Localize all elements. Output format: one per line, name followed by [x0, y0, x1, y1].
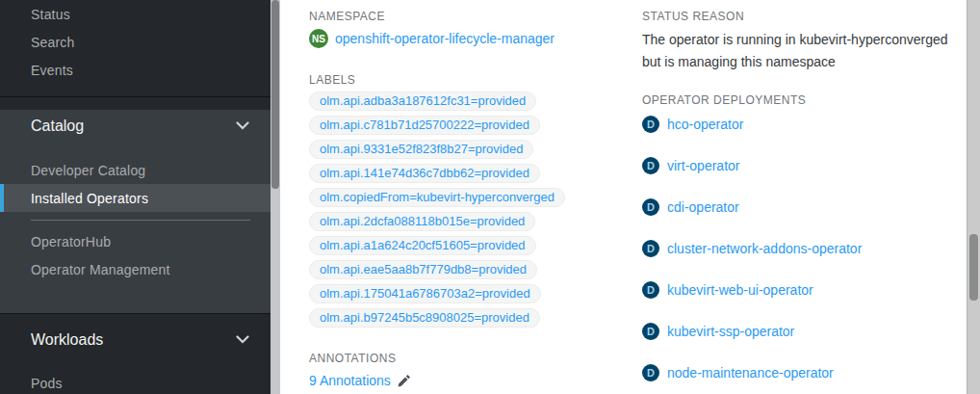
deployment-link[interactable]: hco-operator [667, 117, 743, 132]
annotations-heading: ANNOTATIONS [309, 353, 636, 364]
sidebar-group-catalog-label: Catalog [31, 118, 84, 135]
operator-deployments-heading: OPERATOR DEPLOYMENTS [642, 94, 962, 106]
label-chip[interactable]: olm.api.c781b71d25700222=provided [309, 116, 540, 135]
chevron-down-icon [236, 121, 249, 130]
deployment-link[interactable]: node-maintenance-operator [667, 365, 834, 381]
deployment-icon: D [642, 364, 659, 381]
sidebar-item-operator-management[interactable]: Operator Management [0, 255, 271, 283]
sidebar-group-workloads[interactable]: Workloads [0, 324, 271, 355]
namespace-link[interactable]: openshift-operator-lifecycle-manager [335, 31, 554, 46]
deployment-link[interactable]: cdi-operator [667, 199, 739, 215]
sidebar-section-home: Status Search Events [0, 0, 271, 97]
deployment-link[interactable]: cluster-network-addons-operator [667, 241, 862, 256]
sidebar-divider [31, 220, 250, 221]
details-left-column: NAMESPACE NS openshift-operator-lifecycl… [309, 0, 636, 388]
deployment-icon: D [642, 281, 659, 299]
sidebar-item-status[interactable]: Status [0, 0, 271, 28]
sidebar-item-installed-operators[interactable]: Installed Operators [0, 184, 271, 212]
label-chip[interactable]: olm.api.2dcfa088118b015e=provided [309, 212, 535, 231]
deployment-icon: D [642, 240, 659, 257]
deployment-row: D node-maintenance-operator [642, 363, 962, 382]
details-panel: NAMESPACE NS openshift-operator-lifecycl… [280, 0, 967, 394]
sidebar-group-workloads-label: Workloads [31, 331, 103, 349]
labels-list: olm.api.adba3a187612fc31=provided olm.ap… [309, 92, 636, 328]
label-chip[interactable]: olm.api.141e74d36c7dbb62=provided [309, 164, 540, 183]
label-chip[interactable]: olm.api.175041a6786703a2=provided [309, 284, 541, 303]
deployment-row: D hco-operator [642, 115, 962, 134]
sidebar-item-operatorhub[interactable]: OperatorHub [0, 227, 271, 255]
sidebar-scrollbar[interactable] [271, 0, 280, 394]
sidebar-nav: Status Search Events Catalog Developer C… [0, 0, 271, 394]
chevron-down-icon [236, 335, 249, 344]
details-right-column: STATUS REASON The operator is running in… [642, 0, 962, 394]
namespace-heading: NAMESPACE [309, 11, 636, 22]
sidebar-item-pods[interactable]: Pods [0, 369, 271, 394]
annotations-value: 9 Annotations [309, 373, 636, 388]
annotations-link[interactable]: 9 Annotations [309, 373, 391, 388]
deployment-icon: D [642, 323, 659, 340]
deployment-link[interactable]: kubevirt-web-ui-operator [667, 282, 813, 298]
namespace-value: NS openshift-operator-lifecycle-manager [309, 29, 636, 48]
deployments-list: D hco-operator D virt-operator D cdi-ope… [642, 115, 962, 382]
sidebar-group-catalog[interactable]: Catalog [0, 110, 271, 142]
page-scrollbar-thumb[interactable] [969, 234, 978, 301]
deployment-row: D kubevirt-ssp-operator [642, 322, 962, 341]
status-reason-text: The operator is running in kubevirt-hype… [642, 29, 962, 73]
labels-heading: LABELS [309, 74, 636, 86]
label-chip[interactable]: olm.api.eae5aa8b7f779db8=provided [309, 260, 537, 279]
sidebar-section-workloads: Workloads Pods Deployments [0, 324, 271, 394]
sidebar-section-catalog: Catalog Developer Catalog Installed Oper… [0, 110, 271, 314]
namespace-icon: NS [309, 29, 328, 48]
deployment-row: D kubevirt-web-ui-operator [642, 280, 962, 300]
sidebar-item-events[interactable]: Events [0, 56, 271, 84]
label-chip[interactable]: olm.api.adba3a187612fc31=provided [309, 92, 536, 111]
label-chip[interactable]: olm.api.9331e52f823f8b27=provided [309, 140, 533, 159]
sidebar-scrollbar-thumb[interactable] [271, 0, 279, 189]
sidebar-item-developer-catalog[interactable]: Developer Catalog [0, 156, 271, 184]
deployment-row: D cluster-network-addons-operator [642, 239, 962, 258]
status-reason-heading: STATUS REASON [642, 11, 962, 22]
deployment-icon: D [642, 157, 659, 174]
page-scrollbar[interactable] [967, 0, 980, 394]
deployment-row: D cdi-operator [642, 197, 962, 217]
deployment-link[interactable]: kubevirt-ssp-operator [667, 324, 794, 339]
label-chip[interactable]: olm.api.a1a624c20cf51605=provided [309, 236, 536, 255]
deployment-row: D virt-operator [642, 156, 962, 175]
label-chip[interactable]: olm.copiedFrom=kubevirt-hyperconverged [309, 188, 565, 207]
edit-pencil-icon[interactable] [397, 374, 411, 388]
label-chip[interactable]: olm.api.b97245b5c8908025=provided [309, 308, 540, 328]
deployment-link[interactable]: virt-operator [667, 158, 739, 173]
deployment-icon: D [642, 116, 659, 133]
sidebar-item-search[interactable]: Search [0, 28, 271, 56]
deployment-icon: D [642, 198, 659, 216]
